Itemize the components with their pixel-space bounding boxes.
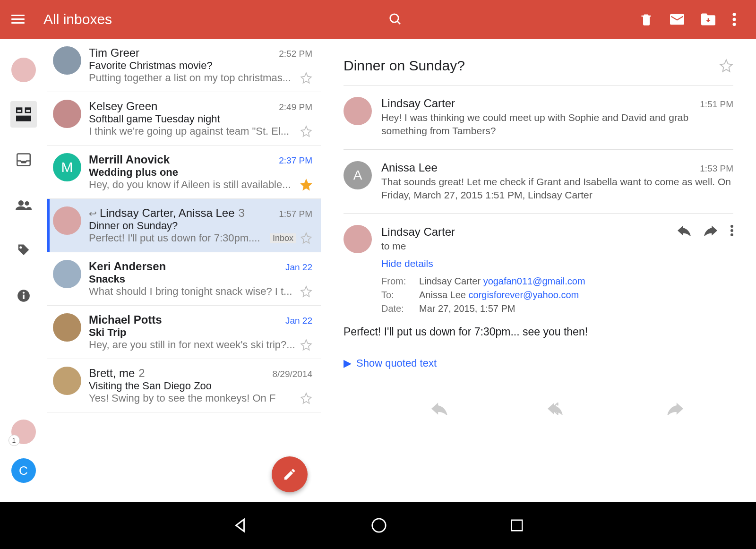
star-icon[interactable] <box>300 125 312 137</box>
app-header: All inboxes <box>0 0 756 39</box>
move-to-icon[interactable] <box>701 13 715 26</box>
message-time: 2:52 PM <box>279 49 312 59</box>
sender-avatar[interactable] <box>53 46 81 75</box>
from-email-link[interactable]: yogafan011@gmail.com <box>483 276 585 286</box>
account-sidebar: C <box>0 39 47 502</box>
sender-name: Lindsay Carter, Anissa Lee <box>100 206 235 220</box>
sender-avatar[interactable] <box>344 97 372 125</box>
svg-rect-15 <box>23 295 25 299</box>
recents-button[interactable] <box>510 518 524 532</box>
delete-icon[interactable] <box>640 13 653 26</box>
hide-details-link[interactable]: Hide details <box>381 258 733 269</box>
message-snippet: Hey, do you know if Aileen is still avai… <box>89 179 296 191</box>
svg-rect-9 <box>26 110 30 112</box>
secondary-account-avatar[interactable] <box>11 420 36 444</box>
svg-point-2 <box>733 13 736 16</box>
promotions-icon[interactable] <box>10 237 37 264</box>
svg-point-18 <box>730 229 733 232</box>
message-time: 2:49 PM <box>279 102 312 112</box>
message-time: 1:57 PM <box>279 209 312 219</box>
star-icon[interactable] <box>300 285 312 298</box>
social-icon[interactable] <box>10 192 37 218</box>
message-item[interactable]: Michael Potts Jan 22 Ski Trip Hey, are y… <box>47 306 321 359</box>
show-quoted-link[interactable]: ▶Show quoted text <box>344 357 733 369</box>
message-subject: Visiting the San Diego Zoo <box>89 380 312 392</box>
star-icon[interactable] <box>300 392 312 404</box>
home-button[interactable] <box>371 517 387 533</box>
thread-subject: Dinner on Sunday? <box>344 58 465 74</box>
message-item[interactable]: Brett, me 2 8/29/2014 Visiting the San D… <box>47 359 321 412</box>
sender-avatar[interactable]: A <box>344 161 372 189</box>
inbox-icon[interactable] <box>10 146 37 173</box>
sender-avatar[interactable] <box>344 225 372 253</box>
thread-count: 2 <box>138 367 145 380</box>
message-body: Perfect! I'll put us down for 7:30pm... … <box>344 326 733 338</box>
message-item[interactable]: M Merrill Anovick 2:37 PM Wedding plus o… <box>47 146 321 199</box>
star-icon[interactable] <box>300 339 312 351</box>
svg-rect-7 <box>16 116 31 121</box>
collapsed-message[interactable]: A Anissa Lee 1:53 PM That sounds great! … <box>344 150 733 214</box>
message-time: 8/29/2014 <box>272 369 312 379</box>
more-icon[interactable] <box>732 13 736 26</box>
svg-point-16 <box>22 292 24 293</box>
mark-unread-icon[interactable] <box>670 14 684 25</box>
message-item[interactable]: Kelsey Green 2:49 PM Softball game Tuesd… <box>47 92 321 146</box>
to-line: to me <box>381 240 733 253</box>
message-snippet: Hey, are you still in for next week's sk… <box>89 339 296 351</box>
account-avatar[interactable] <box>11 58 36 82</box>
expanded-message: Lindsay Carter to me Hide details From:L… <box>344 214 733 426</box>
sender-avatar[interactable]: M <box>53 153 81 181</box>
reply-button[interactable] <box>431 403 447 415</box>
sender-avatar[interactable] <box>53 206 81 235</box>
svg-line-1 <box>397 21 400 24</box>
message-snippet: Perfect! I'll put us down for 7:30pm.... <box>89 232 267 244</box>
inbox-label: Inbox <box>270 233 296 243</box>
message-time: 1:51 PM <box>700 99 733 110</box>
sender-name: Lindsay Carter <box>381 225 455 239</box>
message-subject: Ski Trip <box>89 326 312 339</box>
sender-avatar[interactable] <box>53 260 81 288</box>
message-time: 2:37 PM <box>279 155 312 166</box>
collapsed-message[interactable]: Lindsay Carter 1:51 PM Hey! I was thinki… <box>344 86 733 150</box>
sender-avatar[interactable] <box>53 100 81 128</box>
menu-icon[interactable] <box>11 15 25 24</box>
thread-count: 3 <box>239 206 245 220</box>
all-inboxes-icon[interactable] <box>10 101 37 128</box>
message-subject: Snacks <box>89 273 312 285</box>
message-item[interactable]: ↩ Lindsay Carter, Anissa Lee 3 1:57 PM D… <box>47 199 321 252</box>
svg-point-17 <box>730 225 733 228</box>
message-subject: Favorite Christmas movie? <box>89 60 312 72</box>
message-time: Jan 22 <box>285 316 312 326</box>
back-button[interactable] <box>232 517 248 533</box>
message-snippet: Hey! I was thinking we could meet up wit… <box>381 111 733 138</box>
message-snippet: That sounds great! Let me check if Grant… <box>381 175 733 202</box>
star-icon[interactable] <box>300 72 312 84</box>
star-icon[interactable] <box>300 179 312 191</box>
message-time: Jan 22 <box>285 262 312 273</box>
reply-icon[interactable] <box>678 225 691 236</box>
message-item[interactable]: Keri Andersen Jan 22 Snacks What should … <box>47 252 321 306</box>
svg-rect-8 <box>17 110 21 112</box>
account-letter-avatar[interactable]: C <box>11 458 36 483</box>
message-subject: Wedding plus one <box>89 166 312 179</box>
forward-button[interactable] <box>667 403 683 415</box>
star-icon[interactable] <box>300 232 312 244</box>
sender-name: Kelsey Green <box>89 100 157 113</box>
forward-icon[interactable] <box>704 225 717 236</box>
svg-point-3 <box>733 18 736 21</box>
search-icon[interactable] <box>388 12 403 26</box>
to-email-link[interactable]: corgisforever@yahoo.com <box>469 290 579 300</box>
info-icon[interactable] <box>10 283 37 309</box>
message-snippet: Yes! Swing by to see the monkeys! On F <box>89 392 296 404</box>
thread-star-icon[interactable] <box>719 59 733 73</box>
sender-name: Michael Potts <box>89 313 162 326</box>
sender-avatar[interactable] <box>53 367 81 395</box>
compose-button[interactable] <box>272 456 308 492</box>
svg-rect-21 <box>512 520 523 531</box>
sender-avatar[interactable] <box>53 313 81 342</box>
message-more-icon[interactable] <box>730 225 733 236</box>
message-snippet: I think we're going up against team "St.… <box>89 125 296 137</box>
reply-all-button[interactable] <box>548 403 567 415</box>
sender-name: Merrill Anovick <box>89 153 170 166</box>
message-item[interactable]: Tim Greer 2:52 PM Favorite Christmas mov… <box>47 39 321 92</box>
